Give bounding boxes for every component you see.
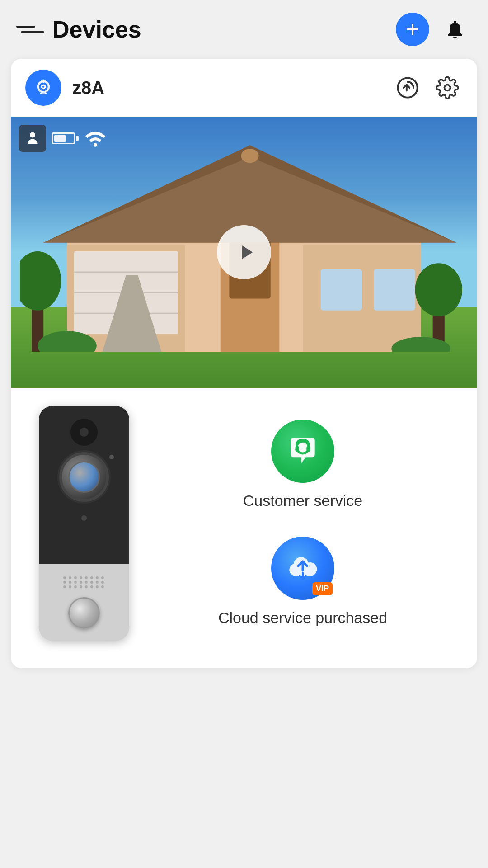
doorbell-speaker-grid: [63, 576, 105, 588]
customer-service-label: Customer service: [243, 492, 363, 509]
doorbell-top-section: [39, 406, 129, 564]
doorbell-dot-indicator: [109, 455, 114, 459]
play-button[interactable]: [217, 225, 271, 279]
device-avatar: [25, 70, 61, 106]
vip-badge: VIP: [312, 582, 333, 595]
camera-device-icon: [32, 76, 55, 99]
doorbell-lens-inner: [68, 461, 100, 493]
cloud-service-label: Cloud service purchased: [218, 609, 387, 627]
camera-feed[interactable]: [11, 117, 477, 388]
plus-icon: [404, 21, 421, 38]
card-lower: Customer service VIP: [11, 388, 477, 668]
replay-icon: [396, 76, 419, 99]
play-icon: [234, 241, 258, 264]
doorbell-press-button[interactable]: [68, 597, 100, 629]
device-name: z8A: [72, 78, 392, 98]
doorbell-image: [25, 406, 143, 641]
svg-point-21: [241, 149, 258, 163]
add-device-button[interactable]: [396, 13, 429, 46]
svg-rect-33: [306, 446, 310, 452]
card-actions: [392, 72, 463, 103]
replay-button[interactable]: [392, 72, 423, 103]
svg-point-25: [415, 263, 462, 316]
doorbell-device-illustration: [39, 406, 129, 641]
svg-rect-14: [321, 269, 362, 310]
header: Devices: [0, 0, 488, 59]
customer-service-icon-circle: [271, 420, 334, 483]
svg-point-5: [398, 78, 417, 97]
menu-line-top: [16, 26, 35, 28]
customer-service-item[interactable]: Customer service: [243, 420, 363, 509]
svg-point-23: [20, 251, 61, 311]
device-card: z8A: [11, 59, 477, 668]
settings-gear-icon: [436, 76, 459, 99]
settings-button[interactable]: [432, 72, 463, 103]
svg-point-6: [445, 85, 450, 91]
svg-point-4: [42, 81, 44, 83]
card-header: z8A: [11, 59, 477, 117]
svg-rect-15: [374, 269, 415, 310]
menu-button[interactable]: [16, 18, 40, 41]
svg-point-3: [42, 86, 44, 88]
page-title: Devices: [52, 16, 396, 43]
bell-icon: [444, 19, 466, 40]
cloud-icon-wrapper: VIP: [271, 537, 334, 600]
doorbell-pir-sensor: [70, 419, 98, 446]
cloud-upload-icon: [285, 550, 321, 586]
doorbell-camera-lens: [59, 452, 109, 502]
headset-icon: [285, 433, 321, 469]
card-right-actions: Customer service VIP: [143, 406, 463, 627]
cloud-service-item[interactable]: VIP Cloud service purchased: [218, 537, 387, 627]
doorbell-led: [81, 515, 87, 521]
svg-rect-32: [295, 446, 299, 452]
notifications-button[interactable]: [438, 13, 472, 46]
doorbell-bottom-section: [39, 564, 129, 641]
menu-line-bottom: [21, 31, 44, 33]
header-actions: [396, 13, 472, 46]
